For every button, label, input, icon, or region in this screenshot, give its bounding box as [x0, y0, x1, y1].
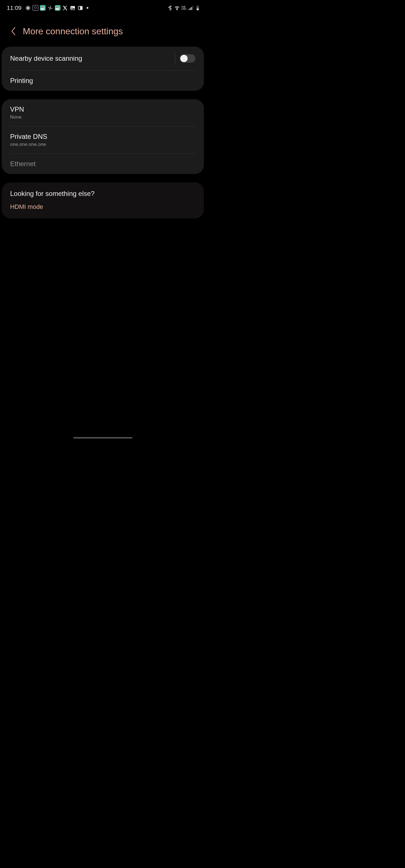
- svg-point-0: [50, 7, 51, 8]
- vpn-row[interactable]: VPN None: [2, 99, 204, 126]
- toggle-knob: [180, 55, 187, 62]
- battery-icon: [195, 5, 201, 11]
- nearby-toggle-wrap: [175, 53, 196, 64]
- back-button[interactable]: [10, 26, 17, 36]
- ethernet-row: Ethernet: [2, 154, 204, 174]
- nav-handle[interactable]: [74, 437, 133, 438]
- looking-for-card: Looking for something else? HDMI mode: [2, 182, 204, 218]
- nearby-device-scanning-label: Nearby device scanning: [10, 55, 175, 62]
- status-bar: 11:09 ☕ ☕ Vo)) LTE1: [0, 0, 206, 13]
- chevron-left-icon: [11, 27, 16, 35]
- settings-group-2: VPN None Private DNS one.one.one.one Eth…: [2, 99, 204, 174]
- bluetooth-icon: [167, 5, 173, 11]
- x-icon: [62, 5, 68, 11]
- private-dns-label: Private DNS: [10, 133, 196, 141]
- svg-rect-11: [197, 5, 198, 6]
- vpn-label: VPN: [10, 105, 196, 113]
- settings-group-1: Nearby device scanning Printing: [2, 46, 204, 91]
- panels-icon: [77, 5, 83, 11]
- printing-row[interactable]: Printing: [2, 70, 204, 91]
- hdmi-mode-link[interactable]: HDMI mode: [2, 202, 204, 218]
- shield-icon: [33, 5, 38, 11]
- app-icon-1: ☕: [40, 5, 46, 11]
- svg-point-5: [177, 9, 177, 10]
- image-icon: [70, 5, 76, 11]
- vpn-sublabel: None: [10, 115, 196, 120]
- status-time: 11:09: [7, 4, 22, 11]
- fan-icon: [47, 5, 53, 11]
- more-dot-icon: [87, 7, 88, 9]
- slack-icon: [25, 5, 31, 11]
- svg-rect-4: [79, 6, 80, 9]
- app-icon-2: ☕: [55, 5, 60, 11]
- private-dns-sublabel: one.one.one.one: [10, 142, 196, 147]
- svg-rect-9: [192, 6, 193, 10]
- ethernet-label: Ethernet: [10, 160, 196, 168]
- page-title: More connection settings: [23, 26, 123, 36]
- svg-rect-7: [190, 8, 191, 10]
- looking-for-title: Looking for something else?: [2, 182, 204, 202]
- svg-rect-6: [189, 9, 190, 10]
- volte-icon: Vo)) LTE1: [181, 6, 186, 10]
- header: More connection settings: [0, 13, 206, 46]
- toggle-divider: [175, 53, 175, 64]
- svg-rect-8: [191, 7, 192, 10]
- private-dns-row[interactable]: Private DNS one.one.one.one: [2, 126, 204, 153]
- wifi-icon: [174, 5, 180, 11]
- nearby-toggle[interactable]: [180, 54, 196, 63]
- status-left: 11:09 ☕ ☕: [7, 4, 88, 11]
- printing-label: Printing: [10, 77, 196, 85]
- svg-point-2: [71, 7, 72, 8]
- signal-icon: [187, 5, 194, 11]
- status-right: Vo)) LTE1: [167, 5, 201, 11]
- nearby-device-scanning-row[interactable]: Nearby device scanning: [2, 46, 204, 70]
